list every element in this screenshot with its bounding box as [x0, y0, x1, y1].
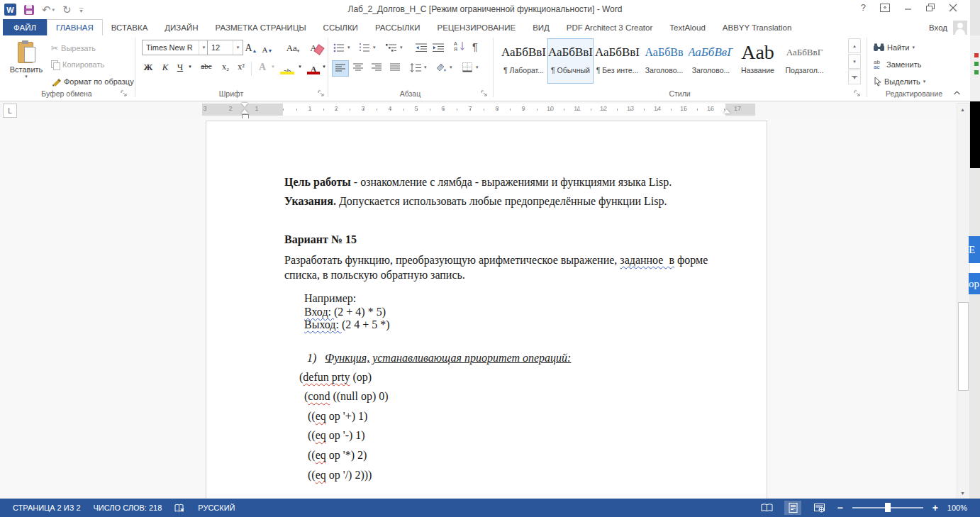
chevron-down-icon[interactable]: ▾: [373, 45, 376, 50]
help-button[interactable]: ?: [861, 3, 866, 12]
multilevel-list-button[interactable]: ▾: [386, 40, 403, 55]
format-painter-button[interactable]: Формат по образцу: [51, 74, 134, 89]
paste-button[interactable]: Вставить ▾: [6, 39, 47, 79]
sort-button[interactable]: АЯ: [454, 39, 466, 53]
justify-button[interactable]: [387, 60, 403, 75]
find-button[interactable]: Найти ▾: [874, 40, 915, 55]
paste-dropdown-icon[interactable]: ▾: [6, 74, 47, 79]
tab-home[interactable]: ГЛАВНАЯ: [47, 19, 103, 35]
highlight-color-button[interactable]: ab: [279, 61, 295, 75]
chevron-down-icon[interactable]: ▾: [233, 40, 243, 55]
zoom-slider[interactable]: [852, 507, 923, 508]
tab-insert[interactable]: ВСТАВКА: [103, 19, 157, 35]
scrollbar-thumb[interactable]: [958, 302, 969, 391]
zoom-out-button[interactable]: −: [837, 503, 842, 513]
document-page[interactable]: Цель работы - ознакомление с лямбда - вы…: [206, 121, 767, 499]
style-item-no-spacing[interactable]: АаБбВвІ ¶ Без инте...: [594, 38, 640, 84]
page-indicator[interactable]: СТРАНИЦА 2 ИЗ 2: [13, 504, 81, 512]
sign-in-link[interactable]: Вход: [929, 23, 947, 32]
dialog-launcher-font[interactable]: [318, 90, 326, 99]
gallery-scroll-up-button[interactable]: ▴: [848, 38, 861, 53]
first-line-indent-marker[interactable]: [241, 103, 248, 107]
font-color-dropdown[interactable]: ▾: [321, 64, 328, 70]
style-item-heading1[interactable]: АаБбВв Заголово...: [641, 38, 687, 84]
text-effects-dropdown[interactable]: ▾: [269, 64, 277, 70]
ribbon-display-options-button[interactable]: [880, 4, 890, 12]
copy-button[interactable]: Копировать: [51, 57, 104, 72]
tab-design[interactable]: ДИЗАЙН: [156, 19, 206, 35]
gallery-more-button[interactable]: ▾: [848, 70, 861, 84]
underline-dropdown[interactable]: ▾: [186, 64, 194, 70]
highlight-dropdown[interactable]: ▾: [296, 64, 304, 70]
tab-review[interactable]: РЕЦЕНЗИРОВАНИЕ: [429, 19, 525, 35]
tab-references[interactable]: ССЫЛКИ: [315, 19, 367, 35]
avatar[interactable]: [953, 21, 967, 35]
word-count[interactable]: ЧИСЛО СЛОВ: 218: [94, 504, 162, 512]
dialog-launcher-paragraph[interactable]: [481, 90, 489, 99]
style-item-normal[interactable]: АаБбВвІ ¶ Обычный: [547, 38, 594, 84]
tab-abbyy-translation[interactable]: ABBYY Translation: [714, 19, 801, 35]
dialog-launcher-clipboard[interactable]: [121, 90, 129, 99]
print-layout-button[interactable]: [784, 501, 801, 515]
dialog-launcher-styles[interactable]: [854, 90, 862, 99]
tab-page-layout[interactable]: РАЗМЕТКА СТРАНИЦЫ: [207, 19, 315, 35]
zoom-level[interactable]: 100%: [947, 504, 967, 512]
font-size-combobox[interactable]: 12 ▾: [207, 40, 243, 55]
line-spacing-button[interactable]: ▾: [410, 60, 427, 74]
chevron-down-icon[interactable]: ▾: [923, 79, 926, 84]
chevron-down-icon[interactable]: ▾: [400, 45, 403, 50]
replace-button[interactable]: ab ac Заменить: [874, 57, 921, 72]
numbering-button[interactable]: ▾: [359, 40, 376, 55]
underline-button[interactable]: Ч: [174, 62, 186, 73]
superscript-button[interactable]: x²: [234, 62, 248, 72]
tab-mailings[interactable]: РАССЫЛКИ: [367, 19, 429, 35]
change-case-button[interactable]: Aa▾: [282, 40, 304, 54]
style-item-subtitle[interactable]: АаБбВвГ Подзагол...: [781, 38, 828, 84]
font-color-button[interactable]: А: [306, 61, 321, 75]
align-center-button[interactable]: [350, 60, 366, 75]
scroll-down-button[interactable]: ▼: [957, 487, 968, 499]
grow-font-button[interactable]: A▲: [244, 40, 258, 54]
zoom-in-button[interactable]: +: [932, 503, 938, 513]
chevron-down-icon[interactable]: ▾: [347, 45, 350, 50]
zoom-slider-thumb[interactable]: [885, 503, 891, 512]
style-item-heading2[interactable]: АаБбВвГ Заголово...: [688, 38, 734, 84]
tab-textaloud[interactable]: TextAloud: [661, 19, 714, 35]
tab-view[interactable]: ВИД: [524, 19, 558, 35]
shrink-font-button[interactable]: A▼: [261, 40, 274, 54]
cut-button[interactable]: ✂ Вырезать: [51, 41, 96, 55]
scroll-up-button[interactable]: ▲: [957, 104, 968, 115]
decrease-indent-button[interactable]: [416, 40, 427, 55]
borders-button[interactable]: ▾: [462, 60, 479, 74]
chevron-down-icon[interactable]: ▾: [450, 65, 452, 70]
chevron-down-icon[interactable]: ▾: [476, 65, 479, 70]
vertical-scrollbar[interactable]: ▲ ▼: [957, 103, 970, 499]
increase-indent-button[interactable]: [433, 40, 444, 55]
show-paragraph-marks-button[interactable]: ¶: [472, 40, 478, 54]
web-layout-button[interactable]: [811, 501, 828, 515]
text-effects-button[interactable]: A: [255, 62, 269, 73]
subscript-button[interactable]: x₂: [218, 62, 233, 72]
collapse-ribbon-button[interactable]: [953, 90, 961, 96]
font-name-combobox[interactable]: Times New R ▾: [142, 40, 209, 55]
read-mode-button[interactable]: [758, 501, 775, 515]
italic-button[interactable]: К: [159, 62, 172, 73]
chevron-down-icon[interactable]: ▾: [912, 45, 915, 50]
align-left-button[interactable]: [332, 60, 349, 77]
chevron-down-icon[interactable]: ▾: [424, 65, 427, 70]
close-button[interactable]: [949, 4, 957, 12]
shading-button[interactable]: ▾: [435, 60, 452, 74]
style-item-title[interactable]: Аab Название: [735, 38, 781, 84]
clear-formatting-button[interactable]: A: [309, 40, 323, 54]
tab-file[interactable]: ФАЙЛ: [3, 19, 47, 35]
tab-selector-button[interactable]: L: [3, 104, 17, 118]
gallery-scroll-down-button[interactable]: ▾: [848, 54, 861, 69]
restore-button[interactable]: [926, 4, 935, 11]
language-indicator[interactable]: РУССКИЙ: [198, 504, 235, 512]
proofing-errors-button[interactable]: [174, 504, 185, 513]
minimize-button[interactable]: [904, 4, 912, 11]
style-item-laborat[interactable]: АаБбВвІ ¶ Лаборат...: [501, 38, 547, 84]
select-button[interactable]: Выделить ▾: [874, 74, 925, 89]
bullets-button[interactable]: ▾: [333, 40, 350, 55]
strikethrough-button[interactable]: abc: [197, 62, 216, 70]
